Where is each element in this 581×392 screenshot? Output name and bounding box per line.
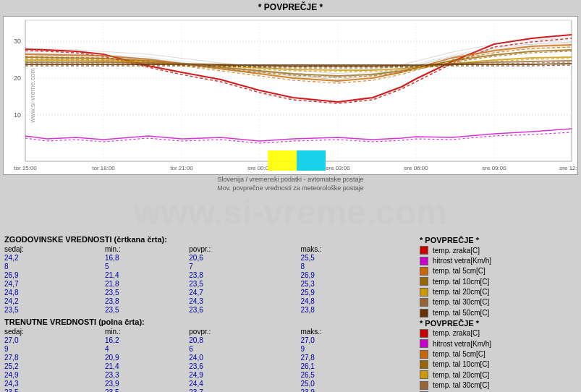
col-povpr-curr: povpr.: <box>189 328 300 336</box>
cell-povpr: 20,6 <box>189 254 300 263</box>
legend-item: temp. zraka[C] <box>417 245 493 255</box>
legend-color-box <box>417 276 431 286</box>
chart-title: * POVPREČJE * <box>0 0 581 13</box>
legend-title-2: * POVPREČJE * <box>417 318 493 328</box>
legend-title: * POVPREČJE * <box>417 235 493 245</box>
cell-min: 16,2 <box>105 336 189 345</box>
cell-sedaj: 27,8 <box>4 354 105 362</box>
table-row: 26,921,423,826,9 <box>4 271 410 280</box>
svg-text:10: 10 <box>14 111 21 119</box>
data-right: * POVPREČJE *temp. zraka[C]hitrost vetra… <box>417 235 577 392</box>
cell-min: 21,4 <box>105 271 189 280</box>
cell-sedaj: 27,0 <box>4 336 105 345</box>
current-table: sedaj: min.: povpr.: maks.: 27,016,220,8… <box>4 328 410 392</box>
table-row: 27,820,924,027,8 <box>4 354 410 362</box>
cell-maks: 8 <box>300 263 410 271</box>
legend-label: temp. tal 50cm[C] <box>431 307 493 318</box>
cell-maks: 27,8 <box>300 354 410 362</box>
table-row: 23,523,523,623,8 <box>4 306 410 315</box>
cell-min: 16,8 <box>105 254 189 263</box>
cell-min: 5 <box>105 263 189 271</box>
cell-maks: 25,3 <box>300 280 410 289</box>
cell-sedaj: 9 <box>4 345 105 354</box>
legend-item: temp. tal 5cm[C] <box>417 266 493 276</box>
cell-min: 21,8 <box>105 280 189 289</box>
legend-label: temp. zraka[C] <box>431 245 493 255</box>
legend-label: temp. tal 20cm[C] <box>431 286 493 297</box>
legend-color-box <box>417 255 431 265</box>
table-row: 24,216,820,625,5 <box>4 254 410 263</box>
cell-min: 23,5 <box>105 388 189 392</box>
current-section: TRENUTNE VREDNOSTI (polna črta): sedaj: … <box>4 318 410 392</box>
legend-label: temp. tal 10cm[C] <box>431 359 493 370</box>
cell-min: 4 <box>105 345 189 354</box>
col-maks-hist: maks.: <box>300 245 410 254</box>
svg-text:sre 09:00: sre 09:00 <box>482 165 506 171</box>
legend-label: temp. tal 30cm[C] <box>431 380 493 390</box>
cell-povpr: 23,5 <box>189 280 300 289</box>
cell-povpr: 24,7 <box>189 289 300 297</box>
cell-maks: 24,8 <box>300 297 410 306</box>
cell-povpr: 24,0 <box>189 354 300 362</box>
svg-text:30: 30 <box>14 38 21 45</box>
table-row: 25,221,423,626,1 <box>4 362 410 371</box>
svg-text:tor 18:00: tor 18:00 <box>92 165 115 171</box>
legend-item: temp. tal 10cm[C] <box>417 359 493 370</box>
table-row: 24,721,823,525,3 <box>4 280 410 289</box>
col-maks-curr: maks.: <box>300 328 410 336</box>
chart-svg: 10 20 30 tor 15:00 tor 18:00 tor 21:00 s… <box>4 17 578 174</box>
cell-min: 23,5 <box>105 289 189 297</box>
col-sedaj-hist: sedaj: <box>4 245 105 254</box>
watermark-vertical: www.si-vreme.com <box>29 68 36 123</box>
cell-min: 23,9 <box>105 380 189 388</box>
legend-label: temp. tal 5cm[C] <box>431 266 493 276</box>
cell-sedaj: 25,2 <box>4 362 105 371</box>
table-row: 27,016,220,827,0 <box>4 336 410 345</box>
historical-section: ZGODOVINSKE VREDNOSTI (črtkana črta): se… <box>4 235 410 315</box>
cell-min: 23,8 <box>105 297 189 306</box>
cell-min: 23,3 <box>105 371 189 380</box>
svg-text:sre 03:00: sre 03:00 <box>326 165 350 171</box>
cell-sedaj: 24,3 <box>4 380 105 388</box>
historical-table: sedaj: min.: povpr.: maks.: 24,216,820,6… <box>4 245 410 315</box>
legend-color-box <box>417 307 431 318</box>
svg-rect-25 <box>297 150 326 171</box>
legend-color-box <box>417 380 431 390</box>
legend-color-box <box>417 338 431 349</box>
cell-povpr: 23,7 <box>189 388 300 392</box>
col-min-curr: min.: <box>105 328 189 336</box>
table-row: 24,823,524,725,9 <box>4 289 410 297</box>
cell-maks: 25,0 <box>300 380 410 388</box>
legend-color-box <box>417 286 431 297</box>
legend-color-box <box>417 349 431 359</box>
legend-item: hitrost vetra[Km/h] <box>417 338 493 349</box>
cell-maks: 26,9 <box>300 271 410 280</box>
legend-item: temp. tal 20cm[C] <box>417 370 493 380</box>
legend-color-box <box>417 266 431 276</box>
legend-item: temp. tal 30cm[C] <box>417 380 493 390</box>
legend-color-box <box>417 370 431 380</box>
legend-color-box <box>417 359 431 370</box>
legend-label: temp. zraka[C] <box>431 328 493 338</box>
cell-maks: 23,9 <box>300 388 410 392</box>
cell-sedaj: 23,5 <box>4 388 105 392</box>
cell-povpr: 7 <box>189 263 300 271</box>
legend-color-box <box>417 297 431 307</box>
data-left: ZGODOVINSKE VREDNOSTI (črtkana črta): se… <box>4 235 410 392</box>
svg-text:tor 21:00: tor 21:00 <box>170 165 193 171</box>
svg-text:tor 15:00: tor 15:00 <box>14 165 37 171</box>
legend-table: * POVPREČJE *temp. zraka[C]hitrost vetra… <box>417 235 493 392</box>
current-title: TRENUTNE VREDNOSTI (polna črta): <box>4 318 410 326</box>
cell-povpr: 23,6 <box>189 362 300 371</box>
legend-label: temp. tal 10cm[C] <box>431 276 493 286</box>
cell-sedaj: 24,7 <box>4 280 105 289</box>
svg-text:sre 12:00: sre 12:00 <box>559 165 578 171</box>
cell-maks: 25,9 <box>300 289 410 297</box>
cell-povpr: 23,6 <box>189 306 300 315</box>
cell-povpr: 6 <box>189 345 300 354</box>
cell-povpr: 20,8 <box>189 336 300 345</box>
legend-color-box <box>417 245 431 255</box>
cell-povpr: 24,4 <box>189 380 300 388</box>
table-row: 23,523,523,723,9 <box>4 388 410 392</box>
col-min-hist: min.: <box>105 245 189 254</box>
